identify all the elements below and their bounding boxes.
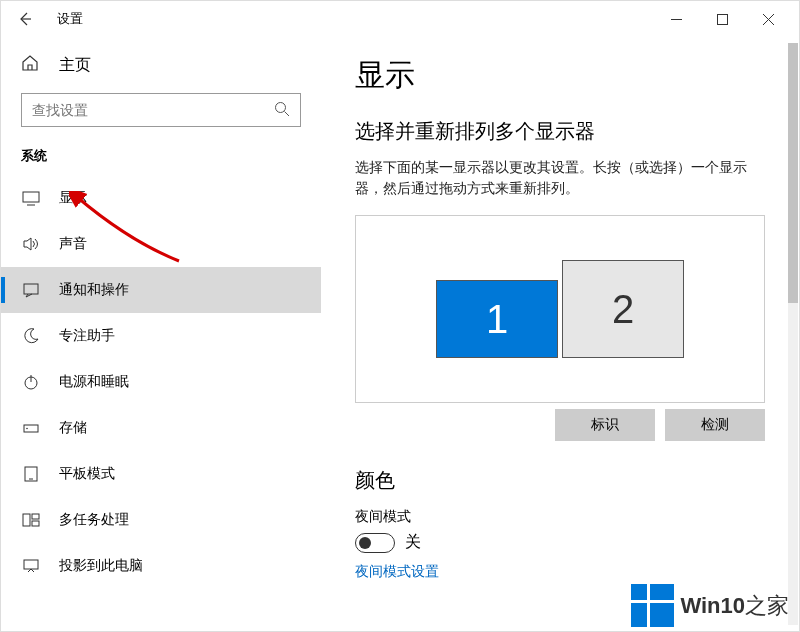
svg-rect-18 [32,521,39,526]
svg-rect-16 [23,514,30,526]
project-icon [21,557,41,575]
color-section-title: 颜色 [355,467,765,494]
power-icon [21,373,41,391]
sidebar-item-label: 电源和睡眠 [59,373,129,391]
svg-rect-19 [24,560,38,569]
sidebar-item-label: 投影到此电脑 [59,557,143,575]
home-icon [21,54,41,76]
sidebar-home[interactable]: 主页 [1,45,321,85]
page-title: 显示 [355,55,765,96]
svg-rect-2 [717,14,727,24]
svg-rect-12 [24,425,38,432]
sidebar-item-power[interactable]: 电源和睡眠 [1,359,321,405]
monitor-2[interactable]: 2 [562,260,684,358]
tablet-icon [21,465,41,483]
monitor-1[interactable]: 1 [436,280,558,358]
night-light-toggle[interactable] [355,533,395,553]
main-content: 显示 选择并重新排列多个显示器 选择下面的某一显示器以更改其设置。长按（或选择）… [321,37,799,631]
night-light-settings-link[interactable]: 夜间模式设置 [355,563,765,581]
scrollbar-thumb[interactable] [788,43,798,303]
multitask-icon [21,511,41,529]
close-button[interactable] [745,3,791,35]
notification-icon [21,281,41,299]
sidebar-item-label: 声音 [59,235,87,253]
svg-point-13 [26,428,28,430]
sidebar-item-label: 平板模式 [59,465,115,483]
svg-rect-7 [23,192,39,202]
sidebar-item-focus[interactable]: 专注助手 [1,313,321,359]
app-title: 设置 [57,10,83,28]
arrange-description: 选择下面的某一显示器以更改其设置。长按（或选择）一个显示器，然后通过拖动方式来重… [355,157,765,199]
sidebar-item-label: 专注助手 [59,327,115,345]
back-button[interactable] [9,3,41,35]
identify-button[interactable]: 标识 [555,409,655,441]
night-light-label: 夜间模式 [355,508,765,526]
sidebar-item-projecting[interactable]: 投影到此电脑 [1,543,321,589]
sidebar-group-label: 系统 [1,143,321,175]
sound-icon [21,235,41,253]
search-input[interactable] [32,102,274,118]
sidebar-item-multitask[interactable]: 多任务处理 [1,497,321,543]
search-input-container[interactable] [21,93,301,127]
svg-rect-17 [32,514,39,519]
search-icon [274,101,290,120]
storage-icon [21,419,41,437]
sidebar: 主页 系统 显示 声音 通知和操作 专注助手 电源和睡眠 存储 [1,37,321,631]
sidebar-item-sound[interactable]: 声音 [1,221,321,267]
moon-icon [21,327,41,345]
monitor-arrangement-area[interactable]: 1 2 [355,215,765,403]
sidebar-home-label: 主页 [59,55,91,76]
sidebar-item-label: 存储 [59,419,87,437]
detect-button[interactable]: 检测 [665,409,765,441]
svg-line-6 [285,111,290,116]
sidebar-item-label: 显示 [59,189,87,207]
sidebar-item-tablet[interactable]: 平板模式 [1,451,321,497]
monitor-icon [21,189,41,207]
arrange-title: 选择并重新排列多个显示器 [355,118,765,145]
sidebar-item-notifications[interactable]: 通知和操作 [1,267,321,313]
minimize-button[interactable] [653,3,699,35]
sidebar-item-label: 通知和操作 [59,281,129,299]
sidebar-item-label: 多任务处理 [59,511,129,529]
sidebar-item-storage[interactable]: 存储 [1,405,321,451]
maximize-button[interactable] [699,3,745,35]
sidebar-item-display[interactable]: 显示 [1,175,321,221]
svg-rect-9 [24,284,38,294]
night-light-state: 关 [405,532,421,553]
svg-point-5 [276,102,286,112]
